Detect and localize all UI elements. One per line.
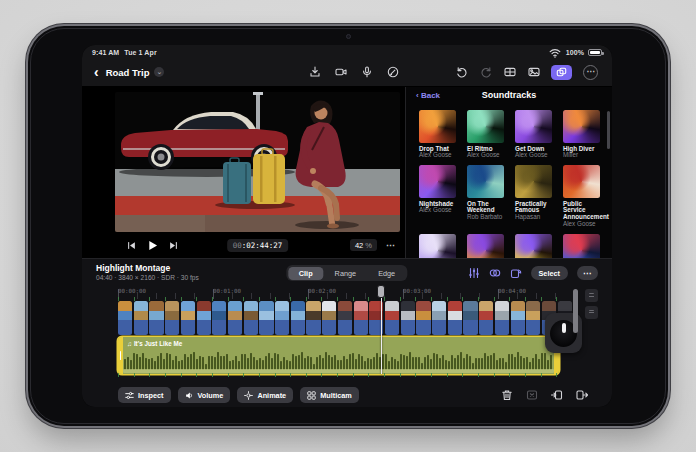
video-clip[interactable]: [306, 301, 320, 335]
album-art[interactable]: [563, 165, 600, 198]
video-clip[interactable]: [495, 301, 509, 335]
segment-clip[interactable]: Clip: [288, 267, 324, 280]
select-button[interactable]: Select: [531, 266, 569, 280]
video-clip[interactable]: [244, 301, 258, 335]
album-art[interactable]: [515, 165, 552, 198]
album-art[interactable]: [419, 165, 456, 198]
video-clip[interactable]: [463, 301, 477, 335]
viewer-zoom-control[interactable]: 42 %: [350, 239, 377, 251]
video-clip[interactable]: [448, 301, 462, 335]
soundtrack-item[interactable]: Run It OutAlex Goose: [467, 234, 504, 258]
video-clip[interactable]: [401, 301, 415, 335]
redo-icon[interactable]: [479, 66, 492, 79]
video-clip[interactable]: [322, 301, 336, 335]
trim-handle-left[interactable]: [118, 337, 123, 374]
microphone-icon[interactable]: [360, 66, 373, 79]
ruler-timestamp: 00:02:00: [308, 288, 336, 294]
multicam-button[interactable]: Multicam: [300, 387, 359, 403]
timeline-zoom-button-top[interactable]: [585, 289, 598, 302]
connect-clips-icon[interactable]: [489, 267, 501, 279]
previous-frame-button[interactable]: [127, 241, 136, 250]
video-clip[interactable]: [432, 301, 446, 335]
soundtrack-item[interactable]: NightshadeAlex Goose: [419, 165, 456, 228]
video-clip[interactable]: [228, 301, 242, 335]
media-photo-icon[interactable]: [527, 66, 540, 79]
album-art[interactable]: [467, 234, 504, 258]
video-clip[interactable]: [165, 301, 179, 335]
video-clip[interactable]: [149, 301, 163, 335]
segment-range[interactable]: Range: [324, 267, 368, 280]
insert-clip-icon[interactable]: [551, 389, 563, 401]
animate-button[interactable]: Animate: [237, 387, 293, 403]
timeline-index-icon[interactable]: [468, 267, 480, 279]
camera-icon[interactable]: [334, 66, 347, 79]
video-clip[interactable]: [416, 301, 430, 335]
import-icon[interactable]: [308, 66, 321, 79]
music-note-icon: ♫: [127, 340, 132, 347]
more-options-icon[interactable]: ⋯: [583, 65, 598, 80]
next-frame-button[interactable]: [169, 241, 178, 250]
wifi-icon: [549, 46, 562, 59]
soundtrack-item[interactable]: High DiverMiller: [563, 110, 600, 159]
video-clip[interactable]: [212, 301, 226, 335]
project-menu-badge[interactable]: ⌄: [154, 67, 164, 77]
audio-clip-selected[interactable]: ♫It's Just Like Me: [118, 337, 559, 374]
soundtrack-title: On The Weekend: [467, 201, 504, 215]
album-art[interactable]: [563, 110, 600, 143]
viewer-layout-icon[interactable]: [503, 66, 516, 79]
video-clip[interactable]: [526, 301, 540, 335]
play-button[interactable]: [147, 240, 158, 251]
album-art[interactable]: [515, 110, 552, 143]
segment-edge[interactable]: Edge: [367, 267, 406, 280]
soundtrack-item[interactable]: Public Service AnnouncementAlex Goose: [563, 165, 600, 228]
pencil-tools-icon[interactable]: [386, 66, 399, 79]
append-clip-icon[interactable]: [576, 389, 588, 401]
video-clip[interactable]: [259, 301, 273, 335]
album-art[interactable]: [515, 234, 552, 258]
soundtrack-item[interactable]: PushValencia: [419, 234, 456, 258]
video-clip[interactable]: [275, 301, 289, 335]
video-clip[interactable]: [511, 301, 525, 335]
video-clip[interactable]: [134, 301, 148, 335]
video-clip[interactable]: [338, 301, 352, 335]
timeline-tracks: ♫It's Just Like Me: [82, 300, 612, 376]
video-clip[interactable]: [385, 301, 399, 335]
album-art[interactable]: [467, 165, 504, 198]
album-art[interactable]: [419, 234, 456, 258]
soundtrack-item[interactable]: On The WeekendRob Barbato: [467, 165, 504, 228]
playhead-handle[interactable]: [377, 285, 385, 298]
back-chevron-icon[interactable]: ‹: [94, 65, 99, 79]
volume-button[interactable]: Volume: [178, 387, 231, 403]
video-track[interactable]: [118, 301, 572, 335]
timeline-more-button[interactable]: ⋯: [577, 266, 598, 280]
browser-back-button[interactable]: ‹ Back: [416, 91, 440, 100]
status-time: 9:41 AM: [92, 49, 119, 56]
video-clip[interactable]: [479, 301, 493, 335]
soundtrack-item[interactable]: Wow!Alex Goose: [563, 234, 600, 258]
browser-toggle-button-active[interactable]: [551, 65, 572, 80]
soundtrack-item[interactable]: Drop ThatAlex Goose: [419, 110, 456, 159]
album-art[interactable]: [563, 234, 600, 258]
viewer-more-icon[interactable]: ⋯: [386, 240, 396, 250]
project-title: Road Trip: [106, 67, 150, 78]
video-clip[interactable]: [197, 301, 211, 335]
inspect-button[interactable]: Inspect: [118, 387, 171, 403]
delete-icon[interactable]: [501, 389, 513, 401]
timecode-display[interactable]: 00:02:44:27: [227, 239, 289, 252]
undo-icon[interactable]: [455, 66, 468, 79]
soundtrack-item[interactable]: Get DownAlex Goose: [515, 110, 552, 159]
video-clip[interactable]: [291, 301, 305, 335]
album-art[interactable]: [467, 110, 504, 143]
soundtrack-item[interactable]: Practically FamousHapasan: [515, 165, 552, 228]
video-clip[interactable]: [118, 301, 132, 335]
album-art[interactable]: [419, 110, 456, 143]
timeline-zoom-button-bottom[interactable]: [585, 306, 598, 319]
video-clip[interactable]: [354, 301, 368, 335]
soundtrack-item[interactable]: El RitmoAlex Goose: [467, 110, 504, 159]
soundtrack-item[interactable]: Switch It UpAlex Goose: [515, 234, 552, 258]
timeline-scrollbar[interactable]: [573, 289, 578, 333]
view-icon-group: ⋯: [455, 65, 598, 80]
video-clip[interactable]: [181, 301, 195, 335]
paste-timing-icon[interactable]: [510, 267, 522, 279]
browser-scrollbar[interactable]: [607, 111, 610, 149]
